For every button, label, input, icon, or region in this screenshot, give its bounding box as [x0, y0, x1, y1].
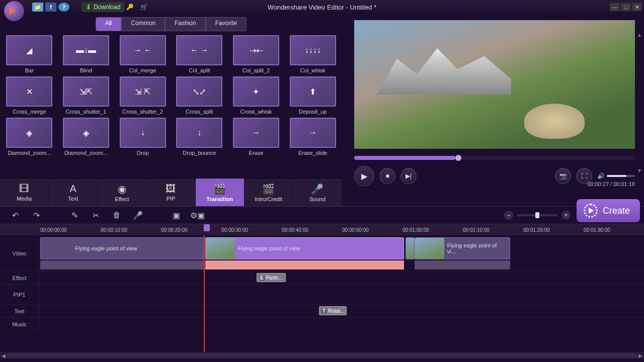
asset-tab-media[interactable]: 🎞Media	[0, 178, 49, 206]
transition-item[interactable]: ⇲ ⇱Cross_shutter_2	[118, 76, 167, 115]
zoom-slider[interactable]	[517, 214, 557, 216]
transition-label: Drop_bounce	[183, 150, 216, 156]
zoom-out-button[interactable]: −	[504, 211, 513, 220]
asset-tab-text[interactable]: AText	[49, 178, 98, 206]
help-icon[interactable]: ?	[58, 3, 69, 12]
step-forward-button[interactable]: ▶|	[400, 168, 417, 184]
transition-label: Col_whisk	[300, 67, 326, 73]
scroll-left-icon[interactable]: ◀	[0, 353, 7, 358]
create-gear-icon	[584, 204, 598, 218]
minimize-button[interactable]: —	[610, 3, 620, 11]
transition-thumb: ◈	[63, 118, 109, 148]
filter-tab-favorite[interactable]: Favorite	[206, 17, 247, 31]
download-label: Download	[94, 4, 120, 11]
asset-tab-transition[interactable]: 🎬Transition	[196, 178, 245, 206]
preview-viewport	[354, 20, 635, 149]
transition-label: Bar	[25, 67, 34, 73]
clip-3[interactable]: Flying eagle point of vi...	[415, 237, 510, 259]
playback-progress[interactable]	[354, 156, 635, 160]
track-content-text[interactable]: T Rotat...	[39, 305, 644, 317]
asset-tab-label: Text	[68, 196, 78, 202]
transition-item[interactable]: ✕Cross_merge	[5, 76, 54, 115]
ruler-mark: 00:01:30:00	[584, 227, 610, 233]
transition-item[interactable]: → ←Col_merge	[118, 35, 167, 73]
close-button[interactable]: ✕	[632, 3, 642, 11]
download-button[interactable]: ⬇ Download	[82, 2, 124, 12]
app-logo[interactable]	[4, 1, 24, 21]
track-effect: Effect E Partic...	[0, 272, 644, 285]
track-content-music[interactable]	[39, 318, 644, 330]
voiceover-button[interactable]: 🎤	[131, 209, 145, 221]
text-chip[interactable]: T Rotat...	[319, 306, 347, 315]
filter-tab-all[interactable]: All	[96, 17, 121, 31]
asset-tab-introcredit[interactable]: 🎬Intro/Credit	[245, 178, 293, 206]
filter-tab-fashion[interactable]: Fashion	[165, 17, 206, 31]
audio-strip-1[interactable]	[40, 260, 204, 269]
scroll-up-icon[interactable]: ▴	[636, 31, 643, 38]
effect-chip[interactable]: E Partic...	[257, 273, 286, 282]
transition-item[interactable]: ↓Drop	[118, 118, 167, 156]
maximize-button[interactable]: □	[621, 3, 631, 11]
track-label-effect: Effect	[0, 272, 39, 284]
delete-button[interactable]: 🗑	[110, 209, 124, 221]
audio-strip-3[interactable]	[415, 260, 510, 269]
transition-item[interactable]: ↓Drop_bounce	[175, 118, 224, 156]
clip-transition-gap[interactable]	[406, 237, 415, 259]
asset-tab-effect[interactable]: ◉Effect	[98, 178, 146, 206]
transition-item[interactable]: ← →Col_split	[175, 35, 224, 73]
transition-item[interactable]: ⇢⇠Col_split_2	[232, 35, 281, 73]
crop-button[interactable]: ▣	[169, 209, 183, 221]
transition-item[interactable]: →Erase_slide	[288, 118, 337, 156]
transition-item[interactable]: ◈Diamond_zoom...	[5, 118, 54, 156]
transition-item[interactable]: ✦Cross_whisk	[232, 76, 281, 115]
scroll-down-icon[interactable]: ▾	[636, 167, 643, 174]
track-content-effect[interactable]: E Partic...	[39, 272, 644, 284]
undo-button[interactable]: ↶	[8, 209, 22, 221]
ruler-mark: 00:01:10:00	[463, 227, 490, 233]
progress-knob[interactable]	[455, 155, 461, 161]
filter-tab-common[interactable]: Common	[121, 17, 165, 31]
asset-tab-pip[interactable]: 🖼PIP	[146, 178, 195, 206]
snapshot-button[interactable]: 📷	[555, 168, 571, 184]
create-button[interactable]: Create	[577, 199, 640, 222]
clip-1[interactable]: Flying eagle point of view	[40, 237, 204, 259]
track-content-video[interactable]: Flying eagle point of view Flying eagle …	[39, 235, 644, 271]
edit-button[interactable]: ✎	[67, 209, 82, 221]
ruler-mark: 00:01:20:00	[523, 227, 550, 233]
track-label-pip: PIP1	[0, 285, 39, 304]
timeline-scrollbar[interactable]: ◀ ▶	[0, 352, 644, 359]
track-content-pip[interactable]	[39, 285, 644, 304]
store-icon[interactable]: 🛒	[138, 3, 149, 12]
transition-label: Diamond_zoom...	[64, 150, 108, 156]
transition-item[interactable]: ⇲⇱Cross_shutter_1	[62, 76, 111, 115]
register-icon[interactable]: 🔑	[124, 3, 135, 12]
track-video: Video Flying eagle point of view Flying …	[0, 235, 644, 272]
zoom-in-button[interactable]: +	[561, 211, 571, 220]
transition-item[interactable]: →Erase	[232, 118, 281, 156]
open-icon[interactable]: 📁	[32, 3, 43, 12]
clip-2-thumb	[206, 238, 235, 259]
transition-item[interactable]: ↓↓↓↓Col_whisk	[288, 35, 337, 73]
transition-item[interactable]: ⬆Deposit_up	[288, 76, 337, 115]
stop-button[interactable]: ■	[379, 168, 395, 184]
facebook-icon[interactable]: f	[45, 3, 56, 12]
play-button[interactable]: ▶	[354, 166, 374, 186]
asset-tab-sound[interactable]: 🎤Sound	[293, 178, 342, 206]
cut-button[interactable]: ✂	[89, 209, 103, 221]
transition-thumb: ⤡⤢	[176, 76, 222, 107]
transition-item[interactable]: ⤡⤢Cross_split	[175, 76, 224, 115]
playhead-marker[interactable]	[204, 224, 210, 231]
ruler-mark: 00:00:00:00	[40, 227, 67, 233]
audio-strip-2[interactable]	[205, 260, 404, 269]
settings-button[interactable]: ⚙▣	[190, 209, 204, 221]
volume-control[interactable]: 🔊	[597, 172, 635, 179]
redo-button[interactable]: ↷	[29, 209, 43, 221]
scroll-right-icon[interactable]: ▶	[637, 353, 644, 358]
transition-item[interactable]: ◈Diamond_zoom...	[62, 118, 111, 156]
timeline-ruler[interactable]: 00:00:00:0000:00:10:0000:00:20:0000:00:3…	[0, 224, 644, 235]
asset-tab-icon: 🎤	[311, 183, 324, 195]
track-text: Text T Rotat...	[0, 305, 644, 318]
transition-item[interactable]: ◢Bar	[5, 35, 54, 73]
clip-2-selected[interactable]: Flying eagle point of view	[205, 237, 404, 259]
transition-item[interactable]: ▬↓▬Blind	[62, 35, 111, 73]
